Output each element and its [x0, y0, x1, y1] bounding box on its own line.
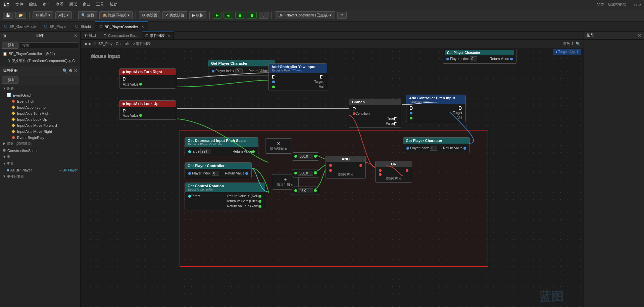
node-get-player-char-bottom-header: Get Player Character: [403, 138, 469, 144]
tree-var-asbplayer[interactable]: ■ As BP Player ─ BP Player: [0, 167, 80, 173]
save-button[interactable]: 💾: [3, 12, 13, 19]
node-inputaxis-lookup[interactable]: ◆ InputAxis Look Up Axis Value: [119, 100, 176, 120]
components-add-button[interactable]: + 添加: [2, 42, 18, 49]
nav-back-icon[interactable]: ◀: [84, 42, 87, 46]
tab-pc-close[interactable]: ✕: [141, 25, 144, 29]
subtab-construction[interactable]: ⚙ Construction Scr...: [100, 32, 142, 39]
node-and[interactable]: AND 添加引脚 ⊕: [326, 156, 366, 178]
node-get-player-ctrl[interactable]: Get Player Controller Player Index Retur…: [185, 162, 252, 178]
tab-gamemode-icon: ⬡: [4, 24, 7, 29]
menu-file[interactable]: 文件: [15, 2, 23, 7]
node-branch[interactable]: Branch Condition True: [349, 99, 401, 128]
or-add-pin-label[interactable]: 添加引脚 ⊕: [378, 176, 410, 181]
canvas-subtabs: 👁 视口 ⚙ Construction Scr... ⬡ 事件图表 ✕: [81, 32, 584, 40]
node-get-control-rotation[interactable]: Get Control Rotation Target is Controlle…: [185, 183, 265, 210]
instance-dropdown[interactable]: BP_PlayerController0 (已生成) ▾: [275, 11, 335, 19]
pitch-exec-row: [408, 106, 463, 110]
hide-unrelated-button[interactable]: 🙈 隐藏不相关 ▾: [99, 11, 133, 19]
player-index-input[interactable]: [470, 56, 477, 61]
subtab-viewport[interactable]: 👁 视口: [81, 32, 100, 39]
more-button[interactable]: ⋮: [259, 12, 268, 19]
menu-help[interactable]: 帮助: [109, 2, 117, 7]
tree-inputaxis-turn[interactable]: InputAxis Turn Right: [0, 110, 80, 116]
settings-icon-button[interactable]: ⚙: [337, 12, 347, 19]
tree-inputaxis-forward[interactable]: InputAxis Move Forward: [0, 122, 80, 129]
node-get-deprecated-pitch[interactable]: Get Deprecated Input Pitch Scale Target …: [185, 137, 258, 156]
branch-condition-label: Condition: [355, 112, 369, 115]
node-val-300[interactable]: [292, 152, 319, 161]
compile-button[interactable]: ⚙ 编译 ▾: [33, 11, 53, 19]
val-45-input[interactable]: [298, 188, 313, 193]
tree-item-self[interactable]: 📋 BP_PlayerController（自我）: [0, 50, 80, 57]
tree-item-transform[interactable]: ⬡ 变换组件 (TransformComponent0) 在C: [0, 57, 80, 64]
menu-view[interactable]: 查看: [56, 2, 64, 7]
tree-event-tick[interactable]: Event Tick: [0, 98, 80, 104]
pitch-exec-out: [459, 106, 462, 110]
my-blueprint-search-icon[interactable]: 🔍: [62, 68, 67, 73]
nav-home-icon[interactable]: ⊞: [93, 42, 96, 46]
tree-inputaction-jump[interactable]: InputAction Jump: [0, 104, 80, 110]
menu-window[interactable]: 窗口: [83, 2, 91, 7]
canvas-content[interactable]: Get Player Character Player Index Return…: [81, 48, 584, 307]
menu-debug[interactable]: 调试: [69, 2, 77, 7]
node-inputaxis-turn[interactable]: ◆ InputAxis Turn Right Axis Value: [119, 68, 176, 89]
pause-button[interactable]: ⏸: [247, 12, 257, 19]
node-add-pitch[interactable]: Add Controller Pitch Input Target is Paw…: [406, 95, 466, 122]
node-val-360[interactable]: [292, 169, 319, 177]
play-next-button[interactable]: ⏭: [224, 12, 233, 19]
tab-shinbi[interactable]: ⬡ Shinbi: [71, 21, 95, 32]
my-blueprint-add-button[interactable]: + 添加: [2, 76, 18, 84]
node-add-pin-1[interactable]: × 添加引脚 ⊕: [265, 138, 292, 154]
node-val-45[interactable]: [292, 187, 319, 195]
tree-eventgraph[interactable]: 📊 EventGraph: [0, 92, 80, 98]
eventgraph-tab-close[interactable]: ✕: [167, 34, 170, 38]
menu-assets[interactable]: 资产: [42, 2, 50, 7]
components-close[interactable]: ✕: [74, 33, 78, 38]
search-button[interactable]: 🔍 查找: [78, 11, 97, 19]
main-area: ⊞ 组件 ✕ + 添加 📋 BP_PlayerController（自我） ⬡ …: [0, 32, 644, 307]
tab-gamemode[interactable]: ⬡ BP_GameMode: [0, 21, 40, 32]
diff-button[interactable]: 对比 ▾: [55, 11, 72, 19]
details-close[interactable]: ✕: [638, 33, 641, 38]
deprecated-target-label: Target: [191, 150, 200, 153]
node-get-player-char-bottom[interactable]: Get Player Character Player Index Return…: [403, 137, 470, 153]
browse-button[interactable]: 📂: [15, 12, 26, 19]
node-get-player-char-top[interactable]: Get Player Character Player Index Return…: [208, 60, 275, 76]
bottom-char-pi-input[interactable]: [430, 146, 437, 151]
player-index-left: Player Index: [446, 56, 477, 61]
tree-inputaxis-lookup[interactable]: InputAxis Look Up: [0, 116, 80, 122]
subtab-eventgraph[interactable]: ⬡ 事件图表 ✕: [142, 32, 174, 39]
stop-button[interactable]: ⏹: [235, 12, 245, 19]
tree-construction-script[interactable]: ⚙ ConstructionScript: [0, 147, 80, 154]
window-close[interactable]: ×: [639, 3, 641, 7]
get-player-char-corner-body: Player Index Return Value: [445, 55, 514, 62]
simulate-button[interactable]: ▶ 模拟: [189, 11, 206, 19]
and-add-pin-label[interactable]: 添加引脚 ⊕: [328, 172, 363, 177]
node-or[interactable]: OR 添加引脚 ⊕: [375, 161, 412, 183]
play-button[interactable]: ▶: [213, 12, 221, 19]
and-pin-2-row: [328, 168, 363, 172]
val-360-input[interactable]: [298, 171, 313, 176]
tree-event-beginplay[interactable]: Event BeginPlay: [0, 135, 80, 141]
val-300-input[interactable]: [298, 154, 313, 159]
window-maximize[interactable]: □: [634, 3, 637, 7]
deprecated-target-input[interactable]: [200, 149, 210, 154]
player-index-input-top[interactable]: [235, 68, 243, 73]
tree-inputaxis-moveright[interactable]: InputAxis Move Right: [0, 129, 80, 135]
my-blueprint-close[interactable]: ✕: [74, 68, 78, 73]
node-add-yaw[interactable]: Add Controller Yaw Input Target is Pawn …: [268, 63, 327, 91]
nav-forward-icon[interactable]: ▶: [89, 42, 91, 46]
class-settings-button[interactable]: ⚙ 类设置: [139, 11, 160, 19]
menu-tools[interactable]: 工具: [96, 2, 104, 7]
window-minimize[interactable]: ─: [629, 3, 632, 7]
tab-player[interactable]: ⬡ BP_Player: [40, 21, 71, 32]
menu-edit[interactable]: 编辑: [29, 2, 37, 7]
components-search-input[interactable]: [20, 42, 78, 48]
ctrl-player-index-input[interactable]: [212, 171, 219, 176]
transform-icon: ⬡: [7, 59, 10, 63]
class-defaults-button[interactable]: ✓ 类默认值: [162, 11, 187, 19]
node-get-control-rotation-body: Target Return Value X (Roll) Return Valu…: [185, 192, 265, 210]
my-blueprint-gear-icon[interactable]: ⚙: [69, 68, 72, 73]
tab-playercontroller[interactable]: ⬡ BP_PlayerController ✕: [95, 21, 149, 32]
canvas-breadcrumb-bar: ◀ ▶ ⊞ BP_PlayerController > 事件图表 缩放-1 🔍: [81, 40, 584, 48]
